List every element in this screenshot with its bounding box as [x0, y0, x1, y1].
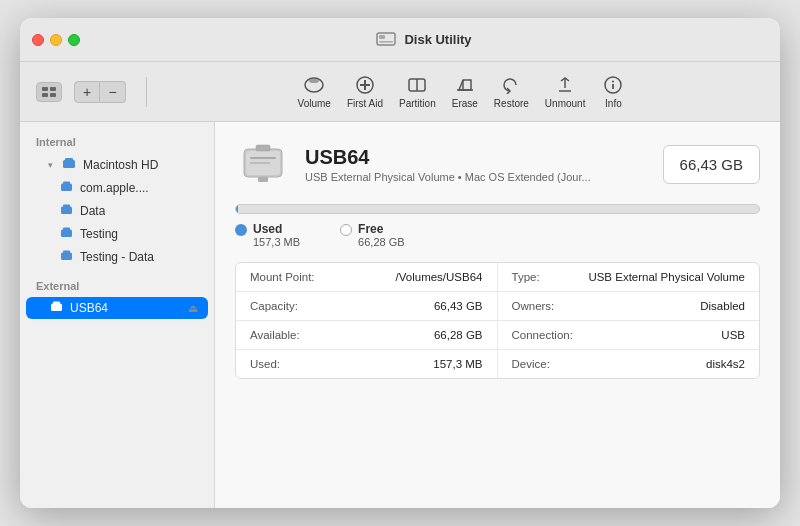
com-apple-icon: [58, 181, 74, 195]
used-value-table: 157,3 MB: [433, 358, 482, 370]
svg-rect-2: [379, 41, 393, 43]
toolbar-separator: [146, 77, 147, 107]
testing-label: Testing: [80, 227, 118, 241]
usb64-label: USB64: [70, 301, 108, 315]
svg-rect-37: [250, 162, 270, 164]
minimize-button[interactable]: [50, 34, 62, 46]
svg-rect-23: [61, 184, 72, 192]
testing-data-drive-icon: [58, 250, 74, 264]
maximize-button[interactable]: [68, 34, 80, 46]
owners-value: Disabled: [700, 300, 745, 312]
info-cell-owners: Owners: Disabled: [498, 292, 760, 320]
free-label: Free: [358, 222, 404, 236]
used-label: Used: [253, 222, 300, 236]
com-apple-label: com.apple....: [80, 181, 149, 195]
traffic-lights: [32, 34, 80, 46]
storage-bar-track: [235, 204, 760, 214]
capacity-value: 66,43 GB: [434, 300, 483, 312]
usb-drive-svg: [236, 139, 290, 189]
partition-action[interactable]: Partition: [399, 75, 436, 109]
eject-icon[interactable]: ⏏: [188, 302, 198, 315]
legend-used: Used 157,3 MB: [235, 222, 300, 248]
svg-rect-38: [258, 177, 268, 182]
sidebar-item-usb64[interactable]: USB64 ⏏: [26, 297, 208, 319]
type-value: USB External Physical Volume: [588, 271, 745, 283]
volume-action[interactable]: Volume: [298, 75, 331, 109]
storage-bar-container: Used 157,3 MB Free 66,28 GB: [235, 204, 760, 248]
info-cell-available: Available: 66,28 GB: [236, 321, 498, 349]
info-action[interactable]: Info: [601, 75, 625, 109]
mount-point-value: /Volumes/USB64: [396, 271, 483, 283]
testing-data-label: Testing - Data: [80, 250, 154, 264]
testing-drive-icon: [58, 227, 74, 241]
sidebar-item-testing[interactable]: Testing: [26, 223, 208, 245]
info-row-0: Mount Point: /Volumes/USB64 Type: USB Ex…: [236, 263, 759, 292]
svg-rect-25: [61, 207, 72, 215]
svg-rect-1: [379, 35, 385, 39]
info-cell-capacity: Capacity: 66,43 GB: [236, 292, 498, 320]
info-cell-connection: Connection: USB: [498, 321, 760, 349]
toolbar: + − Volume: [20, 62, 780, 122]
sidebar-item-com-apple[interactable]: com.apple....: [26, 177, 208, 199]
add-button[interactable]: +: [74, 81, 100, 103]
info-cell-type: Type: USB External Physical Volume: [498, 263, 760, 291]
svg-rect-4: [50, 87, 56, 91]
device-value: disk4s2: [706, 358, 745, 370]
unmount-action[interactable]: Unmount: [545, 75, 586, 109]
svg-rect-6: [50, 93, 56, 97]
partition-icon: [405, 75, 429, 95]
info-cell-device: Device: disk4s2: [498, 350, 760, 378]
first-aid-label: First Aid: [347, 98, 383, 109]
svg-rect-26: [63, 205, 70, 208]
free-dot: [340, 224, 352, 236]
restore-action[interactable]: Restore: [494, 75, 529, 109]
usb64-drive-icon: [48, 301, 64, 315]
erase-action[interactable]: Erase: [452, 75, 478, 109]
available-label: Available:: [250, 329, 300, 341]
remove-button[interactable]: −: [100, 81, 126, 103]
legend-free-text: Free 66,28 GB: [358, 222, 404, 248]
device-label: Device:: [512, 358, 550, 370]
connection-value: USB: [721, 329, 745, 341]
data-drive-icon: [58, 204, 74, 218]
used-dot: [235, 224, 247, 236]
app-window: Disk Utility + −: [20, 18, 780, 508]
svg-rect-29: [61, 253, 72, 261]
restore-label: Restore: [494, 98, 529, 109]
restore-icon: [499, 75, 523, 95]
content-area: USB64 USB External Physical Volume • Mac…: [215, 122, 780, 508]
info-table: Mount Point: /Volumes/USB64 Type: USB Ex…: [235, 262, 760, 379]
info-icon: [601, 75, 625, 95]
internal-section-label: Internal: [20, 132, 214, 152]
legend-used-text: Used 157,3 MB: [253, 222, 300, 248]
erase-label: Erase: [452, 98, 478, 109]
toolbar-actions: Volume First Aid: [159, 75, 764, 109]
info-row-1: Capacity: 66,43 GB Owners: Disabled: [236, 292, 759, 321]
erase-icon: [453, 75, 477, 95]
svg-point-19: [612, 80, 614, 82]
legend-free: Free 66,28 GB: [340, 222, 404, 248]
info-label: Info: [605, 98, 622, 109]
sidebar-item-data[interactable]: Data: [26, 200, 208, 222]
sidebar-item-testing-data[interactable]: Testing - Data: [26, 246, 208, 268]
external-section-label: External: [20, 276, 214, 296]
view-button[interactable]: [36, 82, 62, 102]
close-button[interactable]: [32, 34, 44, 46]
used-value: 157,3 MB: [253, 236, 300, 248]
view-control[interactable]: [36, 82, 62, 102]
main-area: Internal ▾ Macintosh HD: [20, 122, 780, 508]
sidebar: Internal ▾ Macintosh HD: [20, 122, 215, 508]
volume-icon: [302, 75, 326, 95]
svg-rect-31: [51, 304, 62, 312]
capacity-label: Capacity:: [250, 300, 298, 312]
svg-point-8: [309, 79, 319, 83]
unmount-label: Unmount: [545, 98, 586, 109]
device-name: USB64: [305, 145, 649, 169]
info-cell-used: Used: 157,3 MB: [236, 350, 498, 378]
window-title: Disk Utility: [404, 32, 471, 47]
mount-point-label: Mount Point:: [250, 271, 315, 283]
sidebar-item-macintosh-hd[interactable]: ▾ Macintosh HD: [26, 153, 208, 176]
svg-rect-24: [63, 182, 70, 185]
first-aid-action[interactable]: First Aid: [347, 75, 383, 109]
add-remove-controls: + −: [74, 81, 126, 103]
